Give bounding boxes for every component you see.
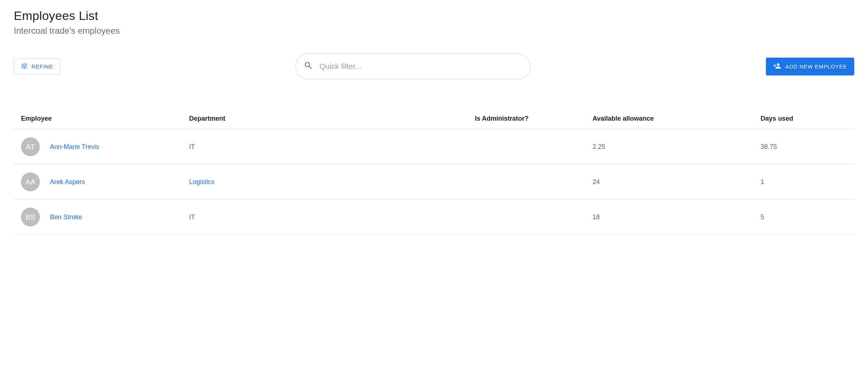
department-link[interactable]: IT <box>189 143 195 150</box>
col-header-is-admin: Is Administrator? <box>468 108 585 129</box>
person-add-icon <box>773 62 781 71</box>
search-input[interactable] <box>320 62 522 71</box>
search-icon <box>304 61 320 72</box>
days-used-cell: 1 <box>753 164 854 200</box>
avatar: AT <box>21 137 40 156</box>
department-link[interactable]: Logistics <box>189 178 214 186</box>
days-used-cell: 5 <box>753 200 854 235</box>
refine-button[interactable]: REFINE <box>14 58 60 75</box>
toolbar: REFINE ADD NEW EMPLOYEE <box>14 53 854 79</box>
refine-label: REFINE <box>31 63 53 70</box>
col-header-employee: Employee <box>14 108 182 129</box>
allowance-cell: 24 <box>585 164 753 200</box>
col-header-department: Department <box>182 108 467 129</box>
avatar: AA <box>21 172 40 191</box>
table-row: AT Ann-Marie Trevis IT 2.25 38.75 <box>14 129 854 164</box>
table-row: AA Arek Aspers Logistics 24 1 <box>14 164 854 200</box>
is-admin-cell <box>468 129 585 164</box>
employee-name-link[interactable]: Ann-Marie Trevis <box>50 143 99 151</box>
is-admin-cell <box>468 164 585 200</box>
col-header-days-used: Days used <box>753 108 854 129</box>
employee-name-link[interactable]: Arek Aspers <box>50 178 85 186</box>
allowance-cell: 18 <box>585 200 753 235</box>
avatar: BS <box>21 208 40 226</box>
table-row: BS Ben Stroke IT 18 5 <box>14 200 854 235</box>
department-link[interactable]: IT <box>189 213 195 221</box>
employees-table: Employee Department Is Administrator? Av… <box>14 108 854 235</box>
search-box[interactable] <box>295 53 531 79</box>
days-used-cell: 38.75 <box>753 129 854 164</box>
employee-name-link[interactable]: Ben Stroke <box>50 213 82 221</box>
page-subtitle: Intercoal trade's employees <box>14 26 854 36</box>
table-header-row: Employee Department Is Administrator? Av… <box>14 108 854 129</box>
col-header-allowance: Available allowance <box>585 108 753 129</box>
tune-icon <box>21 62 28 71</box>
search-wrap <box>60 53 766 79</box>
add-new-employee-label: ADD NEW EMPLOYEE <box>785 63 847 70</box>
allowance-cell: 2.25 <box>585 129 753 164</box>
page-title: Employees List <box>14 9 854 23</box>
add-new-employee-button[interactable]: ADD NEW EMPLOYEE <box>766 58 854 75</box>
is-admin-cell <box>468 200 585 235</box>
